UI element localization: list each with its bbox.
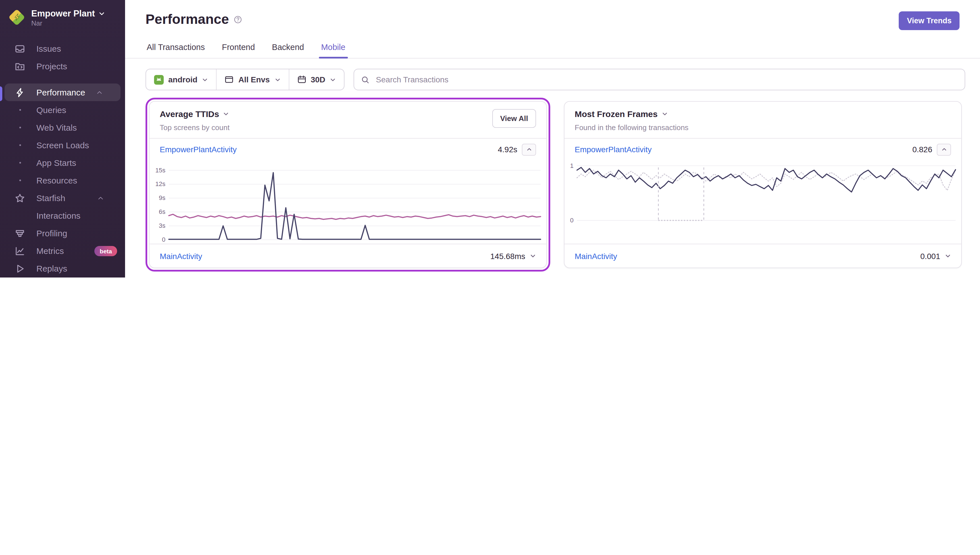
metric-value: 145.68ms — [490, 251, 525, 260]
window-icon — [225, 75, 234, 84]
chevron-down-icon — [202, 76, 208, 83]
sidebar-item-projects[interactable]: Projects — [0, 58, 125, 75]
project-filter[interactable]: android — [146, 69, 216, 90]
highlight-ring: Average TTIDs Top screens by count View … — [146, 98, 550, 271]
folder-code-icon — [15, 61, 25, 71]
expand-row-button[interactable] — [945, 253, 951, 259]
calendar-icon — [297, 75, 306, 84]
tab-all-transactions[interactable]: All Transactions — [146, 43, 206, 58]
sidebar-item-label: Projects — [36, 61, 67, 71]
page-filters: android All Envs 30D — [146, 69, 345, 90]
sidebar-item-interactions[interactable]: Interactions — [0, 207, 125, 225]
filter-bar: android All Envs 30D — [146, 69, 965, 90]
sidebar-item-profiling[interactable]: Profiling — [0, 225, 125, 242]
collapse-row-button[interactable] — [522, 143, 536, 156]
svg-text:6s: 6s — [159, 208, 165, 215]
date-range-filter[interactable]: 30D — [289, 69, 344, 90]
tab-frontend[interactable]: Frontend — [221, 43, 256, 58]
profiling-icon — [15, 228, 25, 238]
question-circle-icon[interactable] — [233, 15, 242, 24]
sidebar-item-label: Issues — [36, 44, 61, 53]
sidebar-group: IssuesProjects — [0, 40, 125, 75]
chevron-down-icon — [223, 111, 230, 117]
sidebar-item-issues[interactable]: Issues — [0, 40, 125, 58]
sidebar-item-label: Web Vitals — [36, 123, 77, 132]
avg-ttids-panel: Average TTIDs Top screens by count View … — [149, 101, 547, 268]
page-title: Performance — [146, 11, 229, 27]
project-filter-label: android — [168, 75, 198, 84]
svg-text:1: 1 — [570, 162, 574, 169]
org-switcher[interactable]: Empower Plant Nar — [0, 0, 125, 33]
transaction-link[interactable]: MainActivity — [160, 251, 202, 260]
environment-filter[interactable]: All Envs — [216, 69, 289, 90]
svg-text:0: 0 — [570, 217, 574, 224]
chevron-down-icon — [945, 253, 951, 259]
sidebar-item-label: Metrics — [36, 246, 64, 256]
sidebar-group: PerformanceQueriesWeb VitalsScreen Loads… — [0, 83, 125, 278]
sidebar-item-label: Interactions — [36, 211, 80, 220]
chevron-down-icon — [330, 76, 336, 83]
sidebar-nav: IssuesProjectsPerformanceQueriesWeb Vita… — [0, 33, 125, 278]
collapse-row-button[interactable] — [937, 143, 951, 156]
frozen-frames-panel: Most Frozen Frames Found in the followin… — [564, 101, 962, 268]
sidebar-item-screen-loads[interactable]: Screen Loads — [0, 136, 125, 154]
main-area: Performance View Trends All Transactions… — [125, 0, 980, 278]
metric-value: 4.92s — [498, 145, 517, 154]
frozen-frames-title[interactable]: Most Frozen Frames — [575, 109, 658, 119]
inbox-icon — [15, 43, 25, 54]
tab-mobile[interactable]: Mobile — [320, 43, 347, 58]
sidebar-item-metrics[interactable]: Metricsbeta — [0, 242, 125, 260]
sidebar: Empower Plant Nar IssuesProjectsPerforma… — [0, 0, 125, 278]
org-subtitle: Nar — [31, 19, 105, 27]
sidebar-item-starfish[interactable]: Starfish — [0, 189, 125, 207]
transaction-link[interactable]: EmpowerPlantActivity — [575, 145, 652, 154]
chev-up-icon — [94, 89, 104, 96]
sidebar-item-replays[interactable]: Replays — [0, 260, 125, 277]
frozen-frames-chart[interactable]: 10 — [564, 160, 961, 243]
org-logo-icon — [7, 8, 26, 27]
sidebar-item-label: Profiling — [36, 228, 67, 238]
transaction-link[interactable]: EmpowerPlantActivity — [160, 145, 237, 154]
svg-text:12s: 12s — [156, 180, 165, 188]
accordion-row-expanded: EmpowerPlantActivity 4.92s — [149, 139, 546, 160]
sidebar-item-queries[interactable]: Queries — [0, 101, 125, 119]
svg-text:3s: 3s — [159, 222, 165, 229]
svg-text:0: 0 — [162, 236, 165, 243]
sidebar-item-label: Queries — [36, 105, 66, 115]
metrics-icon — [15, 246, 25, 256]
avg-ttids-title[interactable]: Average TTIDs — [160, 109, 219, 119]
svg-text:9s: 9s — [159, 194, 165, 201]
sidebar-item-label: Replays — [36, 263, 67, 273]
avg-ttids-chart[interactable]: 15s12s9s6s3s0 — [149, 160, 546, 243]
search-input[interactable] — [375, 74, 958, 85]
sidebar-item-app-starts[interactable]: App Starts — [0, 154, 125, 172]
android-project-icon — [154, 75, 164, 84]
chevron-up-icon — [941, 146, 947, 152]
sidebar-item-resources[interactable]: Resources — [0, 172, 125, 189]
environment-filter-label: All Envs — [238, 75, 270, 84]
play-icon — [15, 263, 25, 274]
sidebar-item-performance[interactable]: Performance — [5, 83, 120, 101]
tab-backend[interactable]: Backend — [271, 43, 305, 58]
bullet-icon — [15, 180, 25, 181]
transaction-link[interactable]: MainActivity — [575, 251, 617, 260]
accordion-row-collapsed: MainActivity 0.001 — [564, 244, 961, 268]
bullet-icon — [15, 127, 25, 128]
tabbar: All TransactionsFrontendBackendMobile — [125, 43, 980, 58]
view-trends-button[interactable]: View Trends — [899, 11, 959, 30]
app-window: Empower Plant Nar IssuesProjectsPerforma… — [0, 0, 980, 278]
date-range-label: 30D — [311, 75, 325, 84]
view-all-button[interactable]: View All — [492, 109, 536, 128]
sidebar-item-label: Screen Loads — [36, 140, 89, 150]
sidebar-item-user-feedback[interactable]: User FeedbackB — [0, 277, 125, 278]
sidebar-item-web-vitals[interactable]: Web Vitals — [0, 119, 125, 136]
accordion-row-collapsed: MainActivity 145.68ms — [149, 244, 546, 268]
accordion-row-expanded: EmpowerPlantActivity 0.826 — [564, 139, 961, 160]
chevron-down-icon — [98, 10, 105, 17]
metrics-badge: beta — [95, 246, 117, 256]
metric-value: 0.826 — [913, 145, 932, 154]
star-icon — [15, 193, 25, 203]
expand-row-button[interactable] — [530, 253, 536, 259]
search-icon — [361, 75, 370, 84]
metric-value: 0.001 — [920, 251, 940, 260]
